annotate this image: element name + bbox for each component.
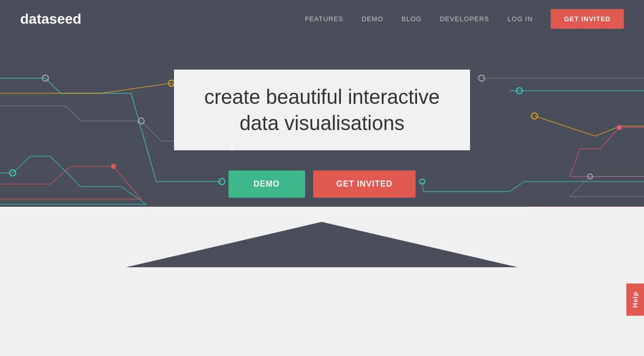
nav-features[interactable]: FEATURES [305,15,343,23]
nav-links: FEATURES DEMO BLOG DEVELOPERS LOG IN GET… [305,9,624,29]
logo: dataseed [20,11,81,27]
nav-demo[interactable]: DEMO [362,15,383,23]
svg-point-9 [479,75,485,81]
nav-get-invited-button[interactable]: GET INVITED [551,9,624,29]
svg-point-10 [617,125,622,130]
svg-marker-12 [0,207,644,267]
nav-developers[interactable]: DEVELOPERS [440,15,489,23]
demo-button[interactable]: DEMO [228,170,305,198]
hero-title: create beautiful interactive data visual… [204,84,440,136]
svg-point-6 [516,88,522,94]
logo-bold: seed [49,11,82,27]
hero-text-box: create beautiful interactive data visual… [174,70,470,150]
svg-point-4 [138,118,144,124]
svg-point-5 [111,164,116,169]
svg-point-1 [219,179,225,185]
hero-cta-buttons: DEMO GET INVITED [228,170,416,198]
svg-point-7 [420,179,425,184]
below-fold [0,267,644,356]
get-invited-button[interactable]: GET INVITED [313,170,416,198]
navbar: dataseed FEATURES DEMO BLOG DEVELOPERS L… [0,0,644,38]
nav-blog[interactable]: BLOG [401,15,422,23]
logo-light: data [20,11,49,27]
hero-section: create beautiful interactive data visual… [0,0,644,267]
svg-point-0 [42,75,48,81]
svg-point-11 [588,174,593,179]
svg-point-8 [532,113,538,119]
nav-login[interactable]: LOG IN [507,15,533,23]
help-button[interactable]: Help [626,283,644,316]
svg-point-2 [10,170,16,176]
hero-bottom-shape [0,207,644,267]
